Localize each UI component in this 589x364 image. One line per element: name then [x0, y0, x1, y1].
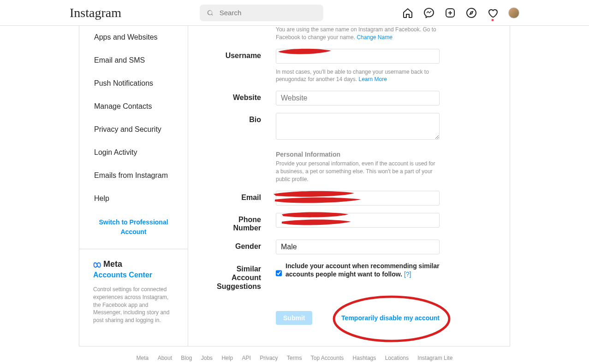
messenger-icon[interactable]: [423, 7, 434, 18]
meta-logo: Meta: [93, 259, 174, 269]
new-post-icon[interactable]: [445, 7, 456, 18]
website-label: Website: [216, 91, 276, 106]
sidebar-item-apps[interactable]: Apps and Websites: [79, 26, 188, 49]
footer-link[interactable]: Privacy: [260, 355, 278, 361]
website-input[interactable]: [276, 91, 440, 106]
sidebar-item-push[interactable]: Push Notifications: [79, 72, 188, 95]
svg-point-1: [467, 8, 476, 18]
meta-description: Control settings for connected experienc…: [93, 286, 174, 324]
sidebar: Apps and Websites Email and SMS Push Not…: [79, 26, 188, 346]
switch-professional-link[interactable]: Switch to Professional Account: [79, 210, 188, 244]
gender-label: Gender: [216, 240, 276, 254]
sidebar-item-help[interactable]: Help: [79, 187, 188, 210]
learn-more-link[interactable]: Learn More: [358, 76, 387, 82]
accounts-center-link[interactable]: Accounts Center: [93, 271, 174, 279]
meta-box: Meta Accounts Center Control settings fo…: [79, 249, 188, 335]
bio-input[interactable]: [276, 113, 440, 140]
email-label: Email: [216, 191, 276, 205]
username-helper-text: In most cases, you'll be able to change …: [276, 69, 429, 83]
disable-account-link[interactable]: Temporarily disable my account: [341, 314, 440, 322]
phone-input[interactable]: [276, 213, 440, 228]
footer-link[interactable]: Terms: [287, 355, 302, 361]
name-helper-text: You are using the same name on Instagram…: [276, 26, 436, 41]
gender-input[interactable]: [276, 240, 440, 254]
footer-link[interactable]: Jobs: [201, 355, 213, 361]
footer-link[interactable]: About: [158, 355, 172, 361]
activity-icon[interactable]: [487, 7, 498, 18]
footer: Meta About Blog Jobs Help API Privacy Te…: [0, 346, 589, 361]
username-input[interactable]: [276, 49, 440, 64]
change-name-link[interactable]: Change Name: [357, 34, 392, 41]
username-label: Username: [216, 49, 276, 84]
sidebar-item-contacts[interactable]: Manage Contacts: [79, 95, 188, 118]
phone-label: Phone Number: [216, 213, 276, 232]
sidebar-item-email-sms[interactable]: Email and SMS: [79, 49, 188, 72]
personal-info-header: Personal Information: [276, 151, 440, 158]
footer-link[interactable]: Locations: [385, 355, 409, 361]
header: Instagram: [0, 0, 589, 26]
footer-link[interactable]: Blog: [181, 355, 192, 361]
search-icon: [207, 9, 214, 17]
search-input[interactable]: [220, 9, 316, 17]
footer-link[interactable]: API: [242, 355, 250, 361]
sidebar-item-privacy[interactable]: Privacy and Security: [79, 118, 188, 141]
notification-dot-icon: [492, 19, 494, 21]
similar-checkbox-label: Include your account when recommending s…: [286, 262, 440, 278]
explore-icon[interactable]: [466, 7, 477, 18]
similar-label-2: Suggestions: [217, 282, 261, 290]
similar-checkbox[interactable]: [276, 270, 282, 276]
bio-label: Bio: [216, 113, 276, 141]
search-box[interactable]: [200, 5, 323, 21]
email-input[interactable]: [276, 191, 440, 205]
instagram-logo[interactable]: Instagram: [70, 6, 121, 20]
footer-link[interactable]: Top Accounts: [311, 355, 344, 361]
home-icon[interactable]: [402, 7, 413, 18]
main-form: You are using the same name on Instagram…: [188, 26, 510, 346]
sidebar-item-emails[interactable]: Emails from Instagram: [79, 164, 188, 187]
personal-info-desc: Provide your personal information, even …: [276, 160, 440, 183]
meta-icon: [93, 260, 101, 269]
footer-link[interactable]: Meta: [137, 355, 149, 361]
similar-help-link[interactable]: [?]: [404, 270, 411, 278]
similar-label: Similar Account: [232, 265, 261, 282]
sidebar-item-login[interactable]: Login Activity: [79, 141, 188, 164]
footer-link[interactable]: Help: [221, 355, 233, 361]
submit-button[interactable]: Submit: [276, 311, 312, 325]
footer-link[interactable]: Instagram Lite: [417, 355, 452, 361]
avatar[interactable]: [508, 7, 519, 18]
footer-link[interactable]: Hashtags: [353, 355, 376, 361]
settings-container: Apps and Websites Email and SMS Push Not…: [79, 26, 510, 346]
